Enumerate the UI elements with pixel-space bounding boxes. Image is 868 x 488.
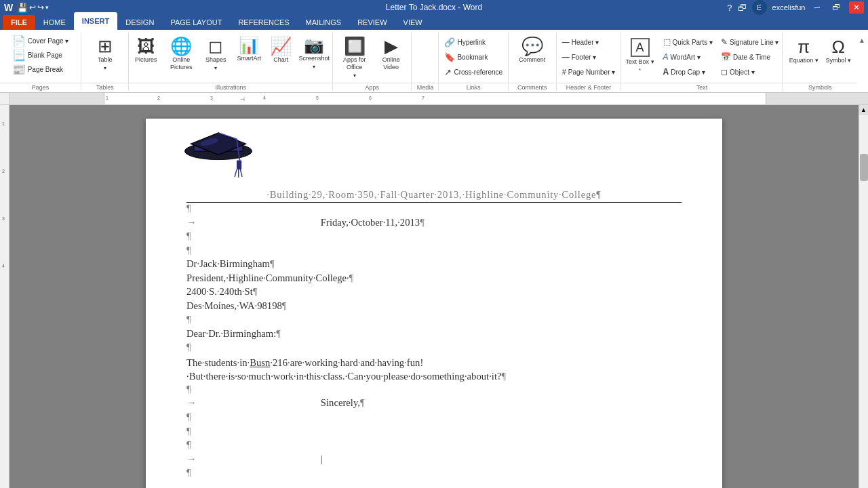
closing-line: → Sincerely,¶ bbox=[186, 397, 682, 411]
tab-view[interactable]: VIEW bbox=[395, 15, 431, 30]
tab-references[interactable]: REFERENCES bbox=[230, 15, 297, 30]
bookmark-button[interactable]: 🔖Bookmark bbox=[441, 50, 505, 64]
chart-button[interactable]: 📈 Chart bbox=[267, 35, 294, 79]
pictures-button[interactable]: 🖼 Pictures bbox=[130, 35, 161, 79]
quick-access-redo[interactable]: ↪ bbox=[37, 3, 44, 12]
vertical-ruler: 1 2 3 4 bbox=[0, 105, 9, 488]
signature-cursor-line: → | bbox=[186, 453, 682, 468]
apps-group-label: Apps bbox=[333, 83, 411, 91]
pilcrow-1: ¶ bbox=[186, 203, 682, 217]
ribbon: 📄Cover Page ▾ 📃Blank Page 📰Page Break Pa… bbox=[0, 30, 868, 93]
graduation-cap-image bbox=[181, 127, 256, 188]
svg-text:1: 1 bbox=[2, 121, 5, 126]
recipient-title: President,·Highline·Community·College·¶ bbox=[186, 272, 682, 287]
pilcrow-3: ¶ bbox=[186, 245, 682, 259]
help-icon[interactable]: ? bbox=[727, 3, 732, 13]
user-avatar[interactable]: E bbox=[752, 0, 767, 15]
pilcrow-10: ¶ bbox=[186, 467, 682, 481]
tab-design[interactable]: DESIGN bbox=[117, 15, 162, 30]
scroll-track[interactable] bbox=[859, 115, 869, 488]
recipient-name: Dr·Jack·Birmingham¶ bbox=[186, 258, 682, 272]
date-line: → Friday,·October·11,·2013¶ bbox=[186, 217, 682, 231]
svg-text:1: 1 bbox=[106, 96, 108, 100]
svg-text:⊣: ⊣ bbox=[240, 96, 245, 102]
document-scroll-area[interactable]: ·Building·29,·Room·350,·Fall·Quarter·201… bbox=[9, 105, 859, 488]
tab-page-layout[interactable]: PAGE LAYOUT bbox=[162, 15, 230, 30]
college-address: ·Building·29,·Room·350,·Fall·Quarter·201… bbox=[186, 189, 682, 203]
drop-cap-button[interactable]: ADrop Cap ▾ bbox=[660, 65, 715, 79]
pilcrow-8: ¶ bbox=[186, 426, 682, 440]
word-logo-icon: W bbox=[4, 2, 13, 13]
symbol-button[interactable]: Ω Symbol ▾ bbox=[823, 35, 853, 80]
tab-home[interactable]: HOME bbox=[35, 15, 74, 30]
apps-for-office-button[interactable]: 🔲 Apps for Office ▾ bbox=[337, 35, 372, 79]
pilcrow-6: ¶ bbox=[186, 384, 682, 398]
symbols-group-label: Symbols bbox=[783, 83, 857, 91]
svg-text:3: 3 bbox=[210, 96, 213, 100]
tables-group-label: Tables bbox=[81, 83, 128, 91]
signature-line-button[interactable]: ✎Signature Line ▾ bbox=[718, 35, 781, 49]
table-button[interactable]: ⊞ Table ▾ bbox=[86, 35, 124, 79]
quick-parts-button[interactable]: ⬚Quick Parts ▾ bbox=[660, 35, 715, 49]
text-group-label: Text bbox=[621, 83, 782, 91]
hyperlink-button[interactable]: 🔗Hyperlink bbox=[441, 35, 505, 49]
tab-review[interactable]: REVIEW bbox=[349, 15, 395, 30]
svg-text:5: 5 bbox=[316, 96, 319, 100]
pilcrow-5: ¶ bbox=[186, 342, 682, 356]
cross-reference-button[interactable]: ↗Cross-reference bbox=[441, 65, 505, 79]
close-button[interactable]: ✕ bbox=[849, 1, 864, 14]
ribbon-collapse-icon[interactable]: 🗗 bbox=[738, 3, 747, 13]
ribbon-expand-icon[interactable]: ▲ bbox=[857, 35, 867, 45]
scroll-thumb[interactable] bbox=[860, 154, 868, 181]
tab-mailings[interactable]: MAILINGS bbox=[298, 15, 350, 30]
wordart-button[interactable]: AWordArt ▾ bbox=[660, 50, 715, 64]
svg-line-20 bbox=[240, 169, 242, 177]
document-page[interactable]: ·Building·29,·Room·350,·Fall·Quarter·201… bbox=[146, 119, 722, 488]
scroll-up-button[interactable]: ▲ bbox=[859, 105, 869, 115]
comment-button[interactable]: 💬 Comment bbox=[513, 35, 551, 79]
footer-button[interactable]: — Footer ▾ bbox=[559, 50, 618, 64]
recipient-address1: 2400·S.·240th·St¶ bbox=[186, 286, 682, 300]
page-break-button[interactable]: 📰Page Break bbox=[9, 62, 66, 76]
equation-button[interactable]: π Equation ▾ bbox=[787, 35, 821, 80]
svg-text:2: 2 bbox=[2, 169, 5, 174]
header-footer-group-label: Header & Footer bbox=[557, 83, 621, 91]
blank-page-button[interactable]: 📃Blank Page bbox=[9, 48, 65, 62]
cover-page-button[interactable]: 📄Cover Page ▾ bbox=[9, 34, 72, 47]
svg-rect-17 bbox=[237, 161, 241, 170]
horizontal-ruler: 1 2 3 4 5 6 7 ⊣ bbox=[0, 93, 868, 105]
svg-text:7: 7 bbox=[422, 96, 425, 100]
minimize-button[interactable]: ─ bbox=[810, 1, 823, 14]
quick-access-customize[interactable]: ▾ bbox=[45, 4, 49, 11]
tab-file[interactable]: FILE bbox=[3, 15, 35, 30]
links-group-label: Links bbox=[439, 83, 508, 91]
online-pictures-button[interactable]: 🌐 Online Pictures bbox=[164, 35, 198, 79]
screenshot-button[interactable]: 📷 Screenshot ▾ bbox=[297, 35, 331, 79]
vertical-scrollbar[interactable]: ▲ ▼ bbox=[859, 105, 868, 488]
shapes-button[interactable]: ◻ Shapes ▾ bbox=[201, 35, 231, 79]
pilcrow-4: ¶ bbox=[186, 314, 682, 328]
pages-group-label: Pages bbox=[0, 83, 81, 91]
svg-text:4: 4 bbox=[2, 264, 5, 268]
quick-access-undo[interactable]: ↩ bbox=[29, 3, 36, 12]
user-name-label: excelisfun bbox=[772, 3, 806, 12]
svg-text:3: 3 bbox=[2, 216, 5, 221]
window-title: Letter To Jack.docx - Word bbox=[386, 3, 482, 12]
svg-text:2: 2 bbox=[157, 96, 160, 100]
online-video-button[interactable]: ▶ Online Video bbox=[375, 35, 408, 79]
quick-access-toolbar: W 💾 ↩ ↪ ▾ bbox=[4, 2, 49, 13]
text-box-button[interactable]: A Text Box ▾ * bbox=[623, 35, 658, 80]
quick-access-save[interactable]: 💾 bbox=[17, 3, 28, 13]
recipient-address2: Des·Moines,·WA·98198¶ bbox=[186, 300, 682, 314]
salutation: Dear·Dr.·Birmingham:¶ bbox=[186, 328, 682, 342]
smartart-button[interactable]: 📊 SmartArt bbox=[233, 35, 264, 79]
svg-text:6: 6 bbox=[369, 96, 372, 100]
illustrations-group-label: Illustrations bbox=[129, 83, 332, 91]
date-time-button[interactable]: 📅Date & Time bbox=[718, 50, 781, 64]
body-paragraph: The·students·in·Busn·216·are·working·har… bbox=[186, 356, 682, 384]
page-number-button[interactable]: # Page Number ▾ bbox=[559, 65, 618, 79]
restore-button[interactable]: 🗗 bbox=[829, 1, 844, 14]
document-area: 1 2 3 4 bbox=[0, 105, 868, 488]
header-button[interactable]: — Header ▾ bbox=[559, 35, 618, 49]
object-button[interactable]: ◻Object ▾ bbox=[718, 65, 781, 79]
